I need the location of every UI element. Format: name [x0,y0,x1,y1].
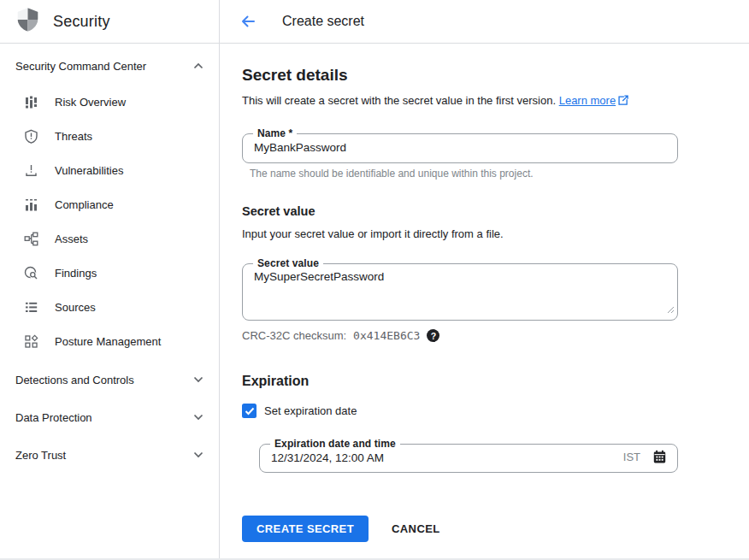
nav-section-label: Data Protection [15,411,92,424]
page-header: Create secret [220,0,749,44]
set-expiration-checkbox-row[interactable]: Set expiration date [242,404,749,418]
checksum-row: CRC-32C checksum: 0x414EB6C3 ? [242,329,749,342]
chevron-up-icon [193,62,203,69]
nav-section-label: Detections and Controls [15,374,134,386]
sidebar-item-label: Assets [55,233,88,245]
form-actions: CREATE SECRET CANCEL [242,516,749,542]
sidebar-nav: Security Command Center Risk Overview [0,44,219,474]
sidebar-item-findings[interactable]: Findings [0,256,219,290]
sidebar-header: Security [0,0,219,44]
sidebar-item-compliance[interactable]: Compliance [0,187,219,221]
sidebar-item-posture-management[interactable]: Posture Management [0,324,219,358]
secret-value-textarea[interactable]: MySuperSecretPassword [253,269,667,309]
sidebar-item-label: Risk Overview [55,96,126,109]
nav-section-detections-and-controls[interactable]: Detections and Controls [0,361,219,398]
secret-value-description: Input your secret value or import it dir… [242,227,749,240]
checksum-label: CRC-32C checksum: [242,329,346,342]
compliance-icon [24,197,38,212]
secret-details-heading: Secret details [242,66,749,85]
secret-value-heading: Secret value [242,204,749,218]
checksum-value: 0x414EB6C3 [353,329,420,342]
findings-icon [24,266,38,280]
secret-details-description: This will create a secret with the secre… [242,94,749,109]
nav-section-label: Security Command Center [15,60,146,73]
timezone-label: IST [623,451,640,463]
resize-handle-icon[interactable] [667,302,675,317]
security-shield-logo-icon [15,5,41,38]
sidebar-item-label: Compliance [55,198,114,211]
create-secret-button[interactable]: CREATE SECRET [242,516,369,542]
chevron-down-icon [193,451,203,458]
posture-management-icon [24,334,38,349]
app-title: Security [53,13,110,31]
sidebar-item-threats[interactable]: Threats [0,119,219,153]
sidebar-item-risk-overview[interactable]: Risk Overview [0,85,219,119]
sidebar-item-label: Vulnerabilities [55,164,123,177]
sidebar-item-assets[interactable]: Assets [0,221,219,256]
name-field-wrap: Name * The name should be identifiable a… [242,127,749,180]
checkbox-checked-icon[interactable] [242,404,257,418]
open-in-new-icon [617,95,628,109]
sidebar-item-label: Findings [55,267,97,280]
nav-section-zero-trust[interactable]: Zero Trust [0,436,219,474]
risk-overview-icon [24,95,38,109]
threats-shield-icon [24,129,38,144]
secret-value-field-label: Secret value [253,257,323,269]
name-field: Name * [242,127,678,163]
secret-value-field: Secret value MySuperSecretPassword [242,257,678,321]
name-field-label: Name * [253,127,297,139]
expiration-heading: Expiration [242,374,749,389]
assets-icon [24,232,38,246]
sidebar-item-sources[interactable]: Sources [0,290,219,324]
name-field-helper: The name should be identifiable and uniq… [250,168,749,180]
page-title: Create secret [282,14,364,29]
expiration-date-field: Expiration date and time IST [259,438,678,473]
sidebar-item-vulnerabilities[interactable]: Vulnerabilities [0,153,219,187]
nav-section-label: Zero Trust [15,449,66,462]
sidebar-item-label: Posture Management [55,335,161,348]
chevron-down-icon [193,414,203,421]
expiration-date-input[interactable] [270,451,623,464]
sidebar-item-label: Threats [55,130,92,143]
learn-more-link[interactable]: Learn more [559,94,628,107]
cancel-button[interactable]: CANCEL [392,522,440,535]
calendar-icon[interactable] [652,450,667,464]
create-secret-form: Secret details This will create a secret… [220,44,749,542]
nav-section-data-protection[interactable]: Data Protection [0,398,219,436]
sidebar-item-label: Sources [55,301,96,314]
sidebar: Security Security Command Center [0,0,220,558]
chevron-down-icon [193,376,203,383]
vulnerabilities-icon [24,163,38,178]
help-icon[interactable]: ? [427,329,439,342]
expiration-date-field-label: Expiration date and time [270,438,400,450]
set-expiration-checkbox-label: Set expiration date [264,404,357,417]
main-panel: Create secret Secret details This will c… [220,0,749,558]
expiration-date-inner: IST [270,450,667,464]
nav-section-security-command-center[interactable]: Security Command Center [0,47,219,85]
back-arrow-button[interactable] [238,11,258,32]
security-app-window: Security Security Command Center [0,0,749,560]
sources-icon [24,300,38,315]
name-input[interactable] [253,140,667,154]
